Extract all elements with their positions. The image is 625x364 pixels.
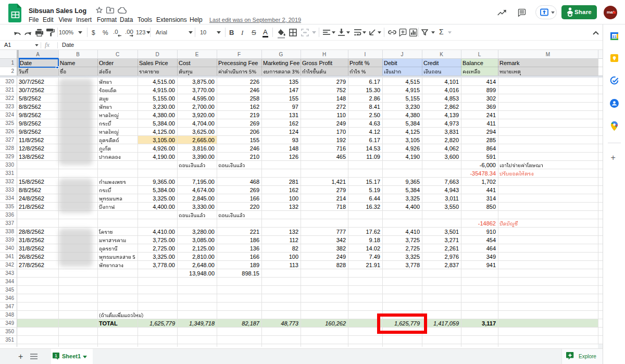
svg-text:31: 31 [612,34,616,39]
svg-text:1: 1 [55,353,57,358]
